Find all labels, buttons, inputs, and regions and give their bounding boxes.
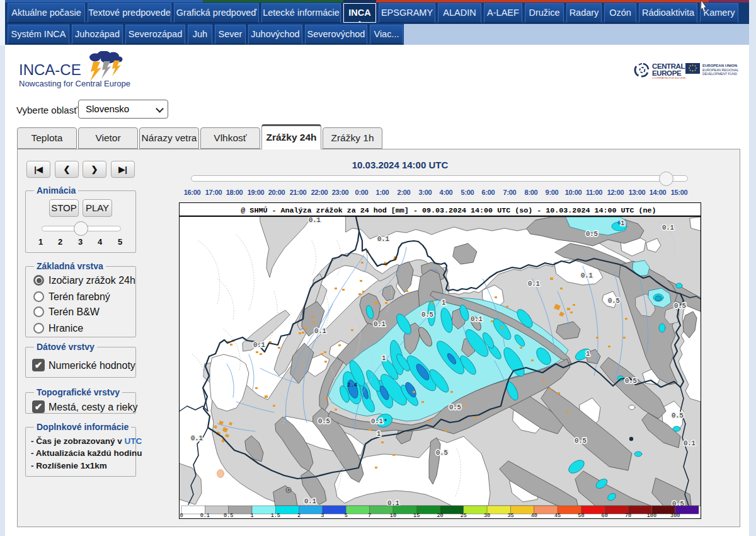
svg-text:5: 5 (345, 513, 348, 518)
svg-text:EUROPEAN REGIONAL: EUROPEAN REGIONAL (702, 68, 738, 72)
svg-text:COOPERATING FOR SUCCESS: COOPERATING FOR SUCCESS (652, 77, 686, 79)
svg-text:0.1: 0.1 (253, 341, 265, 349)
svg-text:0.1: 0.1 (471, 315, 483, 323)
svg-text:70: 70 (625, 513, 631, 518)
svg-text:1: 1 (621, 219, 624, 227)
svg-text:0.1: 0.1 (374, 320, 386, 328)
svg-text:0.1: 0.1 (314, 327, 326, 335)
svg-text:25: 25 (461, 513, 467, 518)
svg-text:0.5: 0.5 (318, 417, 330, 425)
svg-text:0.5: 0.5 (436, 449, 448, 457)
svg-text:1: 1 (382, 354, 386, 362)
svg-text:0.5: 0.5 (449, 404, 461, 411)
svg-text:10: 10 (390, 513, 396, 518)
svg-text:@ SHMÚ - Analýza zrážok za 24: @ SHMÚ - Analýza zrážok za 24 hod [mm] -… (241, 206, 656, 215)
svg-text:0.1: 0.1 (684, 440, 696, 447)
svg-text:40: 40 (531, 513, 537, 518)
svg-text:2.4: 2.4 (347, 382, 358, 388)
svg-text:0.5: 0.5 (625, 377, 637, 385)
svg-text:45: 45 (554, 513, 561, 518)
svg-text:50: 50 (578, 513, 584, 518)
svg-text:0.1: 0.1 (377, 235, 389, 243)
svg-text:0.1: 0.1 (581, 272, 593, 279)
svg-text:0.5: 0.5 (224, 513, 233, 518)
svg-text:0.1: 0.1 (200, 513, 210, 518)
svg-text:2: 2 (297, 513, 301, 518)
svg-text:0.1: 0.1 (304, 498, 316, 505)
svg-text:0.1: 0.1 (309, 216, 321, 224)
svg-text:0.1: 0.1 (662, 224, 674, 231)
svg-text:15: 15 (413, 513, 420, 518)
svg-text:0.5: 0.5 (608, 297, 620, 305)
svg-text:0.1: 0.1 (371, 417, 383, 425)
svg-text:0.5: 0.5 (575, 437, 587, 445)
svg-text:7: 7 (368, 513, 371, 518)
svg-text:0.5: 0.5 (674, 302, 686, 310)
svg-text:DEVELOPMENT FUND: DEVELOPMENT FUND (702, 72, 737, 76)
svg-text:1: 1 (442, 299, 445, 306)
svg-text:0: 0 (180, 513, 183, 518)
svg-text:20: 20 (437, 513, 443, 518)
svg-text:30: 30 (484, 513, 490, 518)
svg-text:0.5: 0.5 (586, 230, 598, 238)
svg-text:3: 3 (321, 513, 324, 518)
svg-text:35: 35 (507, 513, 513, 518)
svg-text:EUROPE: EUROPE (652, 69, 682, 77)
svg-text:100: 100 (647, 513, 656, 518)
svg-text:0.5: 0.5 (421, 311, 433, 318)
svg-text:1.5: 1.5 (271, 513, 280, 518)
svg-text:0.1: 0.1 (528, 280, 540, 288)
svg-text:0.5: 0.5 (672, 412, 684, 419)
svg-text:1: 1 (250, 513, 253, 518)
svg-text:300: 300 (670, 513, 680, 518)
svg-text:1: 1 (586, 350, 590, 358)
svg-text:EUROPEAN UNION: EUROPEAN UNION (702, 64, 737, 67)
svg-text:0.1: 0.1 (191, 434, 203, 442)
svg-text:60: 60 (602, 513, 608, 518)
svg-text:1: 1 (377, 430, 381, 438)
